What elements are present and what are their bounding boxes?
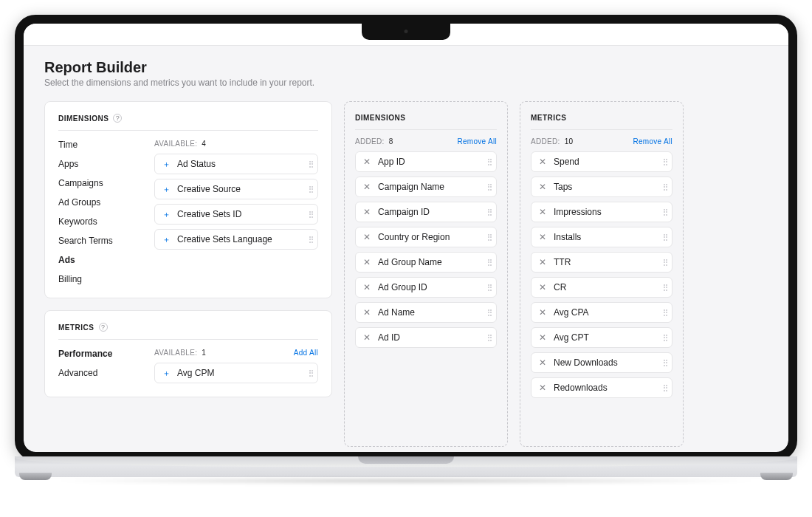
list-item[interactable]: ＋Creative Sets Language [154,229,318,250]
drag-handle-icon[interactable] [484,209,490,216]
drag-handle-icon[interactable] [306,211,312,218]
close-icon[interactable]: ✕ [362,257,372,267]
drag-handle-icon[interactable] [484,284,490,291]
close-icon[interactable]: ✕ [537,257,548,267]
sidebar-item[interactable]: Campaigns [58,178,147,188]
list-item[interactable]: ✕Ad Group ID [355,277,497,298]
list-item[interactable]: ✕Spend [531,151,672,172]
list-item[interactable]: ✕Impressions [531,202,672,222]
close-icon[interactable]: ✕ [537,232,548,242]
close-icon[interactable]: ✕ [537,182,548,192]
list-item[interactable]: ✕Avg CPA [531,302,672,323]
close-icon[interactable]: ✕ [362,157,372,167]
close-icon[interactable]: ✕ [537,357,548,368]
plus-icon[interactable]: ＋ [161,209,171,219]
list-item[interactable]: ✕Avg CPT [531,327,672,348]
sidebar-item[interactable]: Search Terms [58,236,147,246]
close-icon[interactable]: ✕ [537,332,548,343]
list-item[interactable]: ＋Ad Status [154,154,318,174]
close-icon[interactable]: ✕ [362,332,372,343]
sidebar-item[interactable]: Ads [58,255,147,265]
close-icon[interactable]: ✕ [362,182,372,192]
add-all-link[interactable]: Add All [294,349,318,357]
remove-all-link[interactable]: Remove All [457,137,497,145]
added-metrics-dropzone[interactable]: METRICS ADDED: 10 Remove All ✕Spend✕Taps… [520,101,684,447]
drag-handle-icon[interactable] [306,186,312,193]
available-dimensions-panel: DIMENSIONS ? TimeAppsCampaignsAd GroupsK… [44,101,332,298]
sidebar-item[interactable]: Apps [58,159,147,169]
close-icon[interactable]: ✕ [362,207,372,217]
item-label: Ad ID [378,332,484,343]
list-item[interactable]: ✕TTR [531,252,672,273]
item-label: Redownloads [554,383,660,393]
item-label: Campaign ID [378,207,484,217]
close-icon[interactable]: ✕ [537,207,548,217]
added-count: 10 [565,137,574,145]
list-item[interactable]: ✕App ID [355,151,497,172]
sidebar-item[interactable]: Ad Groups [58,197,147,208]
sidebar-item[interactable]: Keywords [58,216,147,227]
plus-icon[interactable]: ＋ [161,184,171,194]
sidebar-item[interactable]: Performance [58,349,147,359]
added-metrics-header: METRICS [531,114,567,122]
drag-handle-icon[interactable] [306,370,312,377]
list-item[interactable]: ✕Campaign ID [355,202,497,222]
help-icon[interactable]: ? [99,323,108,332]
help-icon[interactable]: ? [113,114,122,123]
drag-handle-icon[interactable] [306,236,312,243]
list-item[interactable]: ✕Ad Name [355,302,497,323]
close-icon[interactable]: ✕ [362,282,372,292]
list-item[interactable]: ✕Redownloads [531,377,672,398]
list-item[interactable]: ✕Ad ID [355,327,497,348]
drag-handle-icon[interactable] [660,284,666,291]
sidebar-item[interactable]: Time [58,140,147,150]
drag-handle-icon[interactable] [660,159,666,165]
close-icon[interactable]: ✕ [537,383,548,393]
drag-handle-icon[interactable] [660,234,666,241]
item-label: New Downloads [554,357,660,368]
drag-handle-icon[interactable] [484,184,490,191]
item-label: Ad Group ID [378,282,484,292]
drag-handle-icon[interactable] [660,335,666,341]
page-title: Report Builder [44,59,768,76]
added-label: ADDED: [355,137,385,145]
plus-icon[interactable]: ＋ [161,368,171,378]
page-subtitle: Select the dimensions and metrics you wa… [44,78,768,88]
list-item[interactable]: ＋Avg CPM [154,363,318,383]
item-label: CR [554,282,660,292]
drag-handle-icon[interactable] [484,234,490,241]
close-icon[interactable]: ✕ [537,307,548,318]
close-icon[interactable]: ✕ [537,282,548,292]
item-label: Country or Region [378,232,484,242]
list-item[interactable]: ＋Creative Source [154,179,318,199]
drag-handle-icon[interactable] [660,309,666,316]
close-icon[interactable]: ✕ [537,157,548,167]
drag-handle-icon[interactable] [660,385,666,391]
close-icon[interactable]: ✕ [362,307,372,318]
plus-icon[interactable]: ＋ [161,159,171,169]
drag-handle-icon[interactable] [660,184,666,191]
list-item[interactable]: ＋Creative Sets ID [154,204,318,225]
remove-all-link[interactable]: Remove All [633,137,672,145]
drag-handle-icon[interactable] [484,309,490,316]
list-item[interactable]: ✕New Downloads [531,352,672,373]
drag-handle-icon[interactable] [660,259,666,266]
sidebar-item[interactable]: Advanced [58,368,147,378]
drag-handle-icon[interactable] [484,259,490,266]
close-icon[interactable]: ✕ [362,232,372,242]
drag-handle-icon[interactable] [660,209,666,216]
list-item[interactable]: ✕Campaign Name [355,177,497,197]
plus-icon[interactable]: ＋ [161,234,171,244]
list-item[interactable]: ✕CR [531,277,672,298]
sidebar-item[interactable]: Billing [58,274,147,284]
drag-handle-icon[interactable] [306,161,312,168]
added-dimensions-dropzone[interactable]: DIMENSIONS ADDED: 8 Remove All ✕App ID✕C… [344,101,508,447]
list-item[interactable]: ✕Taps [531,177,672,197]
list-item[interactable]: ✕Installs [531,227,672,247]
list-item[interactable]: ✕Country or Region [355,227,497,247]
drag-handle-icon[interactable] [660,360,666,366]
drag-handle-icon[interactable] [484,159,490,165]
drag-handle-icon[interactable] [484,335,490,341]
metric-categories: PerformanceAdvanced [58,349,147,383]
list-item[interactable]: ✕Ad Group Name [355,252,497,273]
